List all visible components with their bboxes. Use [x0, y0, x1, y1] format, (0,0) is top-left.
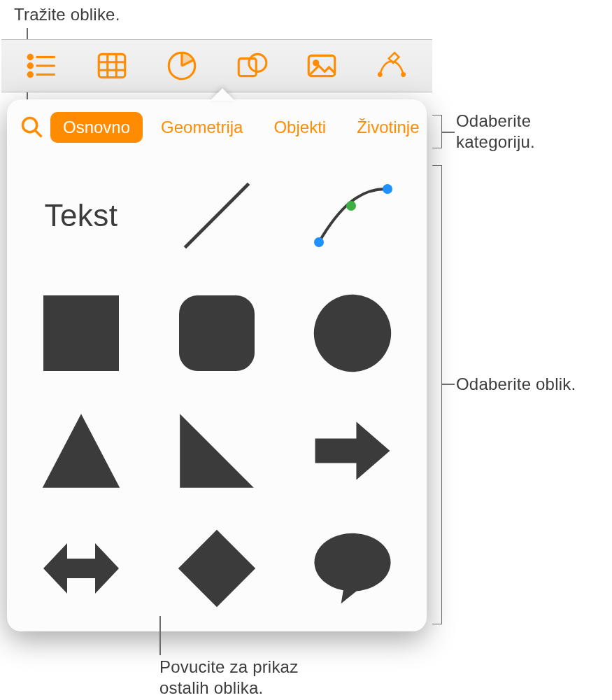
toolbar-list-icon[interactable] — [22, 46, 62, 85]
shape-bezier[interactable] — [304, 174, 401, 258]
svg-marker-32 — [43, 543, 119, 594]
shape-rounded-square[interactable] — [168, 291, 266, 375]
svg-point-19 — [402, 73, 405, 76]
svg-point-34 — [314, 533, 390, 592]
callout-drag-line — [159, 616, 161, 655]
callout-category: Odaberite kategoriju. — [456, 111, 612, 153]
toolbar-draw-icon[interactable] — [372, 46, 411, 85]
category-tab-objekti[interactable]: Objekti — [261, 112, 339, 143]
svg-point-17 — [314, 61, 318, 65]
svg-point-2 — [28, 64, 32, 68]
category-tab-geometrija[interactable]: Geometrija — [148, 112, 255, 143]
svg-point-20 — [23, 118, 37, 132]
toolbar-shape-icon[interactable] — [232, 46, 271, 85]
shape-right-triangle[interactable] — [168, 409, 266, 493]
toolbar-chart-icon[interactable] — [162, 46, 201, 85]
svg-marker-33 — [178, 530, 255, 607]
svg-point-24 — [383, 184, 392, 194]
svg-rect-14 — [239, 59, 256, 76]
svg-line-22 — [185, 183, 248, 247]
svg-point-18 — [378, 73, 381, 76]
shape-speech-bubble[interactable] — [304, 526, 401, 610]
popover-pointer — [210, 88, 235, 101]
svg-line-21 — [36, 131, 42, 137]
svg-rect-26 — [43, 295, 119, 371]
svg-marker-35 — [341, 585, 364, 603]
shapes-popover: Osnovno Geometrija Objekti Životinje Tek… — [7, 99, 427, 631]
svg-point-25 — [346, 201, 356, 211]
category-tab-zivotinje[interactable]: Životinje — [344, 112, 427, 143]
shape-text[interactable]: Tekst — [32, 174, 130, 258]
callout-drag: Povucite za prikaz ostalih oblika. — [159, 657, 341, 699]
callout-shape-line — [442, 384, 455, 385]
shape-triangle[interactable] — [32, 409, 130, 493]
shape-diamond[interactable] — [168, 526, 266, 610]
callout-shape: Odaberite oblik. — [456, 374, 576, 395]
bracket-shape — [432, 165, 442, 624]
callout-search: Tražite oblike. — [14, 4, 120, 25]
svg-point-0 — [28, 55, 32, 59]
svg-marker-31 — [315, 422, 390, 480]
callout-category-line — [442, 132, 455, 133]
svg-rect-6 — [99, 54, 125, 77]
shape-square[interactable] — [32, 291, 130, 375]
svg-point-4 — [28, 72, 32, 76]
svg-marker-30 — [180, 414, 254, 488]
svg-marker-29 — [43, 414, 120, 488]
shape-circle[interactable] — [304, 291, 401, 375]
category-bar: Osnovno Geometrija Objekti Životinje — [7, 99, 427, 151]
shape-line[interactable] — [168, 174, 266, 258]
svg-point-15 — [249, 54, 266, 71]
bracket-category — [432, 115, 442, 148]
shape-text-label: Tekst — [44, 198, 118, 233]
toolbar-table-icon[interactable] — [92, 46, 131, 85]
svg-point-28 — [314, 295, 391, 372]
svg-rect-27 — [179, 295, 255, 371]
category-tab-osnovno[interactable]: Osnovno — [50, 112, 143, 143]
shape-arrow-right[interactable] — [304, 409, 401, 493]
toolbar-image-icon[interactable] — [302, 46, 341, 85]
svg-point-23 — [314, 237, 324, 247]
shape-arrow-both[interactable] — [32, 526, 130, 610]
shape-grid[interactable]: Tekst — [7, 151, 427, 631]
search-icon[interactable] — [20, 112, 45, 143]
toolbar — [1, 39, 432, 92]
